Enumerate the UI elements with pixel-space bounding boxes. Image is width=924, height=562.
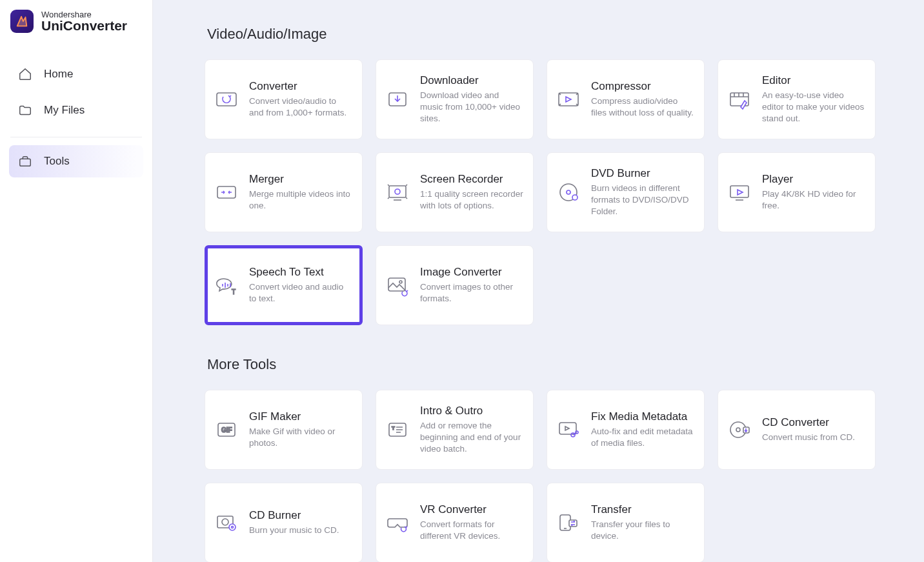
tool-desc: Merge multiple videos into one. xyxy=(249,188,353,212)
cd-converter-icon xyxy=(727,417,752,442)
tool-desc: Convert music from CD. xyxy=(762,432,866,443)
tool-title: GIF Maker xyxy=(249,410,353,423)
svg-rect-5 xyxy=(217,186,236,198)
tool-card-merger[interactable]: MergerMerge multiple videos into one. xyxy=(205,152,363,232)
app-logo: Wondershare UniConverter xyxy=(0,0,152,36)
download-icon xyxy=(385,87,410,112)
cd-burner-icon xyxy=(214,510,239,535)
sidebar-item-label: Tools xyxy=(44,155,70,168)
tool-desc: Convert images to other formats. xyxy=(420,281,524,305)
svg-point-26 xyxy=(222,519,228,525)
svg-text:T: T xyxy=(232,288,236,296)
section-title-more: More Tools xyxy=(207,356,892,373)
tool-title: Converter xyxy=(249,80,353,93)
folder-icon xyxy=(18,103,32,117)
svg-rect-30 xyxy=(569,520,577,527)
home-icon xyxy=(18,67,32,81)
tool-desc: Download video and music from 10,000+ vi… xyxy=(420,90,524,125)
tool-title: Transfer xyxy=(591,503,695,516)
compressor-icon xyxy=(556,87,581,112)
sidebar-item-label: My Files xyxy=(44,104,85,117)
tool-title: Merger xyxy=(249,173,353,186)
merger-icon xyxy=(214,180,239,205)
app-logo-icon xyxy=(10,10,34,33)
divider xyxy=(10,137,142,137)
tool-card-fix-metadata[interactable]: Fix Media MetadataAuto-fix and edit meta… xyxy=(547,390,705,470)
tool-title: Downloader xyxy=(420,74,524,87)
brand-line2: UniConverter xyxy=(41,19,127,32)
intro-outro-icon: T xyxy=(385,417,410,442)
tool-card-converter[interactable]: ConverterConvert video/audio to and from… xyxy=(205,59,363,139)
tool-title: VR Converter xyxy=(420,503,524,516)
svg-point-21 xyxy=(576,431,578,434)
toolbox-icon xyxy=(18,154,32,168)
tool-desc: Add or remove the beginning and end of y… xyxy=(420,420,524,456)
tool-card-cd-burner[interactable]: CD BurnerBurn your music to CD. xyxy=(205,483,363,562)
tool-card-transfer[interactable]: TransferTransfer your files to device. xyxy=(547,483,705,562)
svg-text:T: T xyxy=(392,425,395,431)
screen-recorder-icon xyxy=(385,180,410,205)
tool-title: Image Converter xyxy=(420,266,524,279)
tool-title: CD Converter xyxy=(762,416,866,429)
main-content: Video/Audio/Image ConverterConvert video… xyxy=(153,0,924,562)
fix-metadata-icon xyxy=(556,417,581,442)
tool-card-image-converter[interactable]: Image ConverterConvert images to other f… xyxy=(376,245,534,325)
sidebar-item-home[interactable]: Home xyxy=(9,58,143,90)
svg-point-14 xyxy=(399,281,402,283)
svg-rect-0 xyxy=(20,159,31,166)
tool-card-dvd-burner[interactable]: DVD BurnerBurn videos in different forma… xyxy=(547,152,705,232)
svg-point-7 xyxy=(395,189,400,194)
tool-card-intro-outro[interactable]: T Intro & OutroAdd or remove the beginni… xyxy=(376,390,534,470)
tool-card-downloader[interactable]: DownloaderDownload video and music from … xyxy=(376,59,534,139)
sidebar-nav: Home My Files Tools xyxy=(0,58,152,177)
transfer-icon xyxy=(556,510,581,535)
tool-desc: Convert video/audio to and from 1,000+ f… xyxy=(249,95,353,119)
tool-card-vr-converter[interactable]: VR ConverterConvert formats for differen… xyxy=(376,483,534,562)
tool-desc: Compress audio/video files without loss … xyxy=(591,95,695,119)
svg-rect-11 xyxy=(730,186,748,197)
tool-desc: Convert video and audio to text. xyxy=(249,281,353,305)
tool-card-gif-maker[interactable]: GIF GIF MakerMake Gif with video or phot… xyxy=(205,390,363,470)
tools-grid-more: GIF GIF MakerMake Gif with video or phot… xyxy=(205,390,892,562)
tool-card-screen-recorder[interactable]: Screen Recorder1:1 quality screen record… xyxy=(376,152,534,232)
svg-rect-19 xyxy=(559,423,576,434)
tool-desc: Make Gif with video or photos. xyxy=(249,426,353,449)
tool-desc: Auto-fix and edit metadata of media file… xyxy=(591,426,695,449)
svg-point-10 xyxy=(572,195,578,200)
svg-point-23 xyxy=(736,428,740,432)
tool-desc: Transfer your files to device. xyxy=(591,519,695,542)
player-icon xyxy=(727,180,752,205)
tool-card-player[interactable]: PlayerPlay 4K/8K HD video for free. xyxy=(718,152,876,232)
tool-title: Player xyxy=(762,173,866,186)
tool-card-editor[interactable]: EditorAn easy-to-use video editor to mak… xyxy=(718,59,876,139)
tool-title: Intro & Outro xyxy=(420,405,524,417)
tool-desc: Burn your music to CD. xyxy=(249,525,353,536)
svg-rect-3 xyxy=(559,93,578,106)
tool-desc: Play 4K/8K HD video for free. xyxy=(762,188,866,212)
sidebar-item-tools[interactable]: Tools xyxy=(9,145,143,177)
tool-card-speech-to-text[interactable]: T Speech To TextConvert video and audio … xyxy=(205,245,363,325)
sidebar: Wondershare UniConverter Home My Files T… xyxy=(0,0,153,562)
svg-rect-1 xyxy=(217,93,236,106)
tools-grid-media: ConverterConvert video/audio to and from… xyxy=(205,59,892,325)
svg-text:GIF: GIF xyxy=(221,427,232,434)
tool-desc: An easy-to-use video editor to make your… xyxy=(762,90,866,125)
svg-rect-6 xyxy=(389,186,406,197)
sidebar-item-myfiles[interactable]: My Files xyxy=(9,94,143,126)
tool-title: Compressor xyxy=(591,80,695,93)
tool-card-cd-converter[interactable]: CD ConverterConvert music from CD. xyxy=(718,390,876,470)
tool-card-compressor[interactable]: CompressorCompress audio/video files wit… xyxy=(547,59,705,139)
tool-desc: Burn videos in different formats to DVD/… xyxy=(591,183,695,218)
tool-title: CD Burner xyxy=(249,509,353,522)
tool-title: DVD Burner xyxy=(591,167,695,180)
section-title-media: Video/Audio/Image xyxy=(207,26,892,43)
editor-icon xyxy=(727,87,752,112)
tool-title: Fix Media Metadata xyxy=(591,410,695,423)
speech-to-text-icon: T xyxy=(214,273,239,297)
tool-title: Speech To Text xyxy=(249,266,353,279)
svg-point-27 xyxy=(229,524,236,530)
tool-title: Screen Recorder xyxy=(420,173,524,186)
converter-icon xyxy=(214,87,239,112)
vr-converter-icon xyxy=(385,510,410,535)
tool-desc: Convert formats for different VR devices… xyxy=(420,519,524,542)
